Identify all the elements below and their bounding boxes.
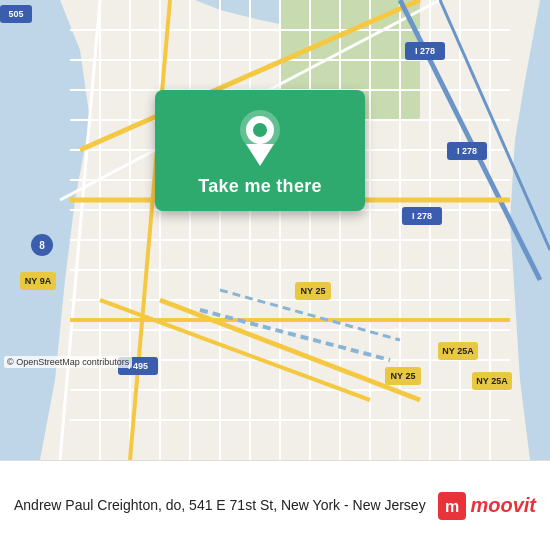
svg-text:505: 505 [8, 9, 23, 19]
moovit-logo: m moovit [438, 492, 536, 520]
address-label: Andrew Paul Creighton, do, 541 E 71st St… [14, 497, 426, 513]
svg-text:NY 25: NY 25 [391, 371, 416, 381]
svg-text:I 278: I 278 [415, 46, 435, 56]
svg-text:I 278: I 278 [457, 146, 477, 156]
map-pin-icon [236, 108, 284, 166]
svg-text:NY 25A: NY 25A [442, 346, 474, 356]
map-container: I 278 I 278 I 278 I 495 NY 25 NY 25 NY 2… [0, 0, 550, 460]
svg-text:m: m [445, 498, 459, 515]
take-me-there-button[interactable]: Take me there [198, 176, 322, 197]
svg-marker-71 [249, 146, 271, 162]
svg-text:NY 25: NY 25 [301, 286, 326, 296]
map-svg: I 278 I 278 I 278 I 495 NY 25 NY 25 NY 2… [0, 0, 550, 460]
cta-card[interactable]: Take me there [155, 90, 365, 211]
moovit-brand-label: moovit [470, 494, 536, 517]
info-bar: Andrew Paul Creighton, do, 541 E 71st St… [0, 460, 550, 550]
svg-text:I 278: I 278 [412, 211, 432, 221]
svg-point-69 [253, 123, 267, 137]
osm-credit: © OpenStreetMap contributors [4, 356, 132, 368]
moovit-icon-svg: m [438, 492, 466, 520]
svg-text:NY 25A: NY 25A [476, 376, 508, 386]
svg-text:8: 8 [39, 240, 45, 251]
svg-text:NY 9A: NY 9A [25, 276, 52, 286]
address-text: Andrew Paul Creighton, do, 541 E 71st St… [14, 496, 428, 516]
